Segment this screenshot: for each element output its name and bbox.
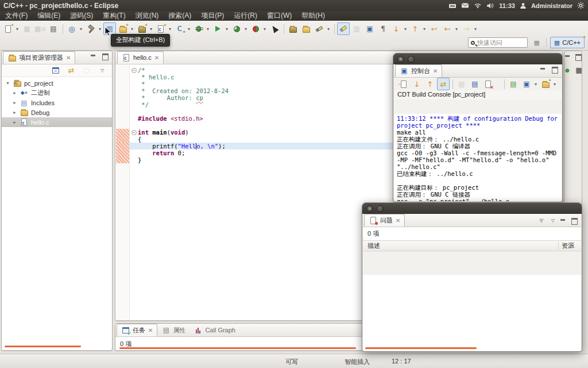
show-on-output-icon[interactable]: ←	[397, 78, 410, 90]
lock-console-icon[interactable]: ▤	[469, 78, 481, 90]
column-resource[interactable]: 资源	[558, 241, 581, 250]
close-icon[interactable]: ✕	[66, 55, 71, 61]
view-menu-icon[interactable]: ▽	[97, 66, 107, 76]
tab-project-explorer[interactable]: 项目资源管理器 ✕	[3, 51, 75, 64]
dropdown-arrow-icon[interactable]: ▾	[243, 26, 249, 32]
fold-minus-icon[interactable]: −	[130, 130, 138, 135]
menu-item-1[interactable]: 编辑(E)	[37, 11, 60, 21]
dropdown-arrow-icon[interactable]: ▾	[224, 26, 230, 32]
menu-item-3[interactable]: 重构(T)	[103, 11, 125, 21]
twistie-icon[interactable]: ▸	[12, 90, 17, 95]
session-gear-icon[interactable]	[577, 2, 585, 9]
quick-access-input[interactable]	[477, 39, 520, 46]
close-icon[interactable]: ✕	[433, 68, 438, 74]
tree-item-二进制[interactable]: ▸◆◆二进制	[2, 88, 112, 98]
minimize-icon[interactable]	[540, 67, 546, 72]
run-icon[interactable]	[211, 22, 224, 35]
twistie-icon[interactable]: ▸	[12, 120, 17, 125]
close-icon[interactable]: ✕	[148, 327, 153, 334]
menu-item-6[interactable]: 项目(P)	[201, 11, 224, 21]
scroll-indicator[interactable]	[365, 347, 477, 349]
save-all-icon[interactable]: ▦▦	[34, 22, 47, 35]
dropdown-arrow-icon[interactable]: ▾	[403, 26, 408, 32]
network-icon[interactable]	[474, 2, 482, 9]
perspective-cpp-button[interactable]: ▦ C/C++	[550, 37, 585, 48]
make-targets-icon[interactable]: ●	[563, 66, 571, 75]
tree-item-pc_project[interactable]: ▾Cpc_project	[2, 78, 112, 88]
maximize-icon[interactable]	[575, 54, 582, 60]
dropdown-arrow-icon[interactable]: ▾	[97, 26, 103, 32]
close-icon[interactable]: ×	[397, 56, 404, 63]
tree-item-hello.c[interactable]: ▸chello.c	[2, 117, 112, 127]
maximize-icon[interactable]	[102, 53, 109, 59]
build-active-config-icon[interactable]	[84, 22, 97, 35]
previous-annotation-icon[interactable]: ↑	[409, 22, 421, 35]
new-c-project-icon[interactable]: C+	[173, 22, 186, 35]
tab-Call Graph[interactable]: Call Graph	[189, 324, 239, 336]
new-source-file-icon[interactable]: c+	[154, 22, 167, 35]
mark-occurrences-icon[interactable]	[337, 22, 350, 35]
filter-icon[interactable]: ▼	[537, 216, 546, 225]
select-element-icon[interactable]	[268, 22, 281, 35]
minimize-icon[interactable]	[560, 218, 566, 224]
new-wizard-icon[interactable]: +	[2, 22, 14, 35]
tree-item-Debug[interactable]: ▸Debug	[2, 108, 112, 117]
menu-item-2[interactable]: 源码(S)	[70, 11, 93, 21]
close-icon[interactable]: ✕	[154, 55, 159, 61]
previous-error-icon[interactable]: ↑	[424, 78, 436, 90]
dropdown-arrow-icon[interactable]: ▾	[186, 26, 192, 32]
twistie-icon[interactable]: ▾	[5, 80, 10, 86]
clock[interactable]: 11:33	[499, 2, 515, 9]
dropdown-arrow-icon[interactable]: ▾	[129, 26, 135, 32]
tab-problems[interactable]: 问题 ✕	[364, 214, 405, 227]
show-selected-only-icon[interactable]: ▥	[350, 22, 363, 35]
fold-minus-icon[interactable]: −	[130, 68, 138, 73]
tab-hello-c[interactable]: c hello.c ✕	[117, 51, 164, 64]
maximize-icon[interactable]	[552, 67, 558, 72]
menu-item-0[interactable]: 文件(F)	[5, 11, 28, 21]
sync-with-editor-icon[interactable]: ⇄	[437, 78, 450, 90]
collapse-all-icon[interactable]: −	[51, 66, 61, 76]
dropdown-arrow-icon[interactable]: ▾	[167, 26, 173, 32]
console-output[interactable]: 11:33:12 **** 构建 of configuration Debug …	[394, 114, 562, 201]
tab-console[interactable]: ▣ 控制台 ✕	[395, 64, 442, 77]
problems-titlebar[interactable]: ×	[362, 203, 582, 214]
problems-table-body[interactable]	[363, 275, 581, 351]
open-perspective-icon[interactable]: ▦+	[531, 37, 543, 48]
user-menu[interactable]: Administrator	[531, 2, 572, 9]
minimize-icon[interactable]	[564, 54, 571, 60]
volume-icon[interactable]	[486, 2, 494, 9]
tree-item-Includes[interactable]: ▸▤Includes	[2, 98, 112, 108]
scroll-lock-icon[interactable]: ▤	[455, 78, 468, 90]
scroll-indicator[interactable]	[119, 347, 356, 349]
open-console-icon[interactable]: +	[539, 78, 552, 90]
forward-icon[interactable]: →	[460, 22, 473, 35]
tab-属性[interactable]: ▤属性	[157, 324, 189, 336]
new-folder-wizard-icon[interactable]: +	[136, 22, 148, 35]
save-icon[interactable]: ▦	[21, 22, 33, 35]
dropdown-arrow-icon[interactable]: ▾	[473, 26, 478, 32]
dropdown-arrow-icon[interactable]: ▾	[533, 82, 539, 87]
dropdown-arrow-icon[interactable]: ▾	[552, 82, 558, 87]
clear-console-icon[interactable]: ×	[482, 78, 494, 90]
manage-configurations-icon[interactable]: ◎	[65, 22, 78, 35]
view-menu-icon[interactable]: ▽	[551, 218, 555, 223]
maximize-icon[interactable]	[408, 56, 415, 63]
dropdown-arrow-icon[interactable]: ▾	[14, 26, 20, 32]
close-icon[interactable]: ×	[366, 205, 373, 212]
menu-item-9[interactable]: 帮助(H)	[301, 11, 325, 21]
new-project-wizard-icon[interactable]: +	[117, 22, 129, 35]
dropdown-arrow-icon[interactable]: ▾	[205, 26, 211, 32]
block-selection-icon[interactable]: ▣	[363, 22, 376, 35]
maximize-icon[interactable]	[377, 205, 384, 212]
dropdown-arrow-icon[interactable]: ▾	[78, 26, 84, 32]
coverage-icon[interactable]	[249, 22, 262, 35]
menu-item-8[interactable]: 窗口(W)	[267, 11, 292, 21]
minimize-icon[interactable]	[90, 53, 96, 59]
last-edit-location-icon[interactable]: ↩	[428, 22, 440, 35]
dropdown-arrow-icon[interactable]: ▾	[421, 26, 427, 32]
back-icon[interactable]: ←	[441, 22, 454, 35]
focus-on-active-task-icon[interactable]: ◌	[82, 66, 92, 76]
maximize-icon[interactable]	[571, 218, 578, 224]
debug-icon[interactable]	[192, 22, 205, 35]
